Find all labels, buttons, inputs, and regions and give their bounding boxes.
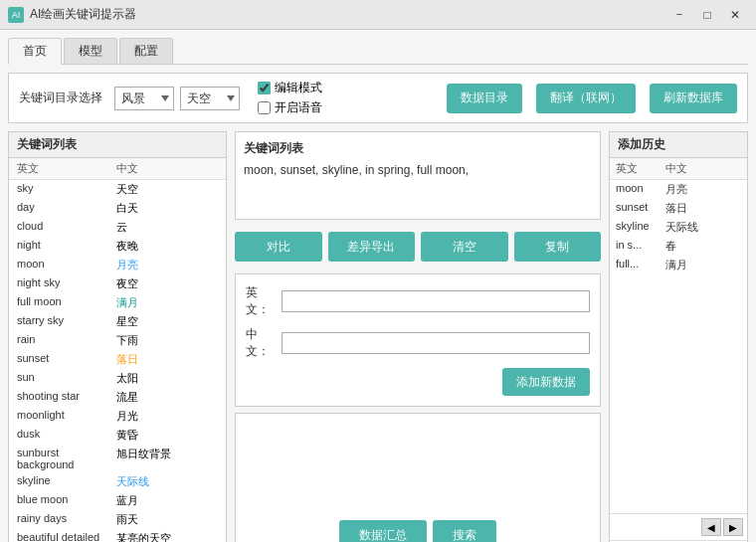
- keyword-item[interactable]: skyline天际线: [9, 472, 226, 491]
- dir-select-label: 关键词目录选择: [19, 90, 102, 106]
- summary-button[interactable]: 数据汇总: [339, 520, 427, 542]
- middle-panel: 关键词列表 moon, sunset, skyline, in spring, …: [235, 131, 601, 542]
- keyword-item[interactable]: sunset落日: [9, 350, 226, 369]
- keyword-item[interactable]: rain下雨: [9, 331, 226, 350]
- category-select-group: 风景 人物 动物 建筑 天空 山脉 海洋 森林: [114, 87, 240, 110]
- checkbox-group: 编辑模式 开启语音: [258, 80, 322, 116]
- bottom-btn-row: 数据汇总 搜索: [244, 520, 592, 542]
- history-list: moon月亮sunset落日skyline天际线in s...春full...满…: [610, 180, 747, 513]
- edit-mode-checkbox[interactable]: [258, 82, 271, 94]
- voice-checkbox[interactable]: [258, 101, 271, 114]
- mid-panel-title: 关键词列表: [244, 140, 592, 157]
- voice-row: 开启语音: [258, 99, 322, 116]
- content-area: 关键词列表 英文 中文 sky天空day白天cloud云night夜晚moon月…: [8, 131, 748, 542]
- left-panel: 关键词列表 英文 中文 sky天空day白天cloud云night夜晚moon月…: [8, 131, 227, 542]
- keyword-list[interactable]: sky天空day白天cloud云night夜晚moon月亮night sky夜空…: [9, 180, 226, 542]
- minimize-button[interactable]: －: [666, 4, 692, 26]
- zh-form-row: 中文：: [246, 326, 590, 360]
- history-header: 添加历史: [610, 132, 747, 158]
- mid-btn-row: 对比 差异导出 清空 复制: [235, 226, 601, 268]
- zh-input[interactable]: [282, 332, 590, 354]
- history-item: sunset落日: [610, 199, 747, 218]
- data-dir-button[interactable]: 数据目录: [447, 84, 522, 113]
- history-col-zh: 中文: [665, 161, 687, 176]
- en-form-row: 英文：: [246, 284, 590, 318]
- main-area: 首页 模型 配置 关键词目录选择 风景 人物 动物 建筑 天空 山脉 海洋 森林…: [0, 30, 756, 542]
- title-bar: AI AI绘画关键词提示器 － □ ✕: [0, 0, 756, 30]
- tab-model[interactable]: 模型: [64, 38, 117, 64]
- tab-home[interactable]: 首页: [8, 38, 62, 65]
- keyword-item[interactable]: night sky夜空: [9, 274, 226, 293]
- keyword-item[interactable]: beautiful detailed sky某亮的天空: [9, 529, 226, 542]
- tab-bar: 首页 模型 配置: [8, 38, 748, 65]
- history-item: full...满月: [610, 256, 747, 274]
- zh-label: 中文：: [246, 326, 276, 360]
- diff-export-button[interactable]: 差异导出: [328, 232, 416, 262]
- clear-button[interactable]: 清空: [421, 232, 508, 262]
- history-item: in s...春: [610, 237, 747, 256]
- refresh-db-button[interactable]: 刷新数据库: [650, 84, 737, 113]
- voice-label: 开启语音: [275, 99, 322, 116]
- next-arrow[interactable]: ▶: [723, 518, 743, 536]
- edit-mode-label: 编辑模式: [275, 80, 322, 96]
- maximize-button[interactable]: □: [694, 4, 720, 26]
- keyword-item[interactable]: moon月亮: [9, 256, 226, 274]
- window-title: AI绘画关键词提示器: [30, 6, 666, 23]
- history-item: moon月亮: [610, 180, 747, 199]
- left-panel-header: 关键词列表: [9, 132, 226, 158]
- left-col-headers: 英文 中文: [9, 158, 226, 180]
- prev-arrow[interactable]: ◀: [701, 518, 721, 536]
- tab-config[interactable]: 配置: [119, 38, 173, 64]
- nav-area: ◀ ▶: [610, 513, 747, 540]
- col-zh-header: 中文: [116, 161, 138, 176]
- translate-button[interactable]: 翻译（联网）: [536, 84, 636, 113]
- keyword-item[interactable]: sky天空: [9, 180, 226, 199]
- keyword-item[interactable]: dusk黄昏: [9, 426, 226, 445]
- history-item: skyline天际线: [610, 218, 747, 237]
- keyword-item[interactable]: moonlight月光: [9, 407, 226, 426]
- right-panel: 添加历史 英文 中文 moon月亮sunset落日skyline天际线in s.…: [609, 131, 748, 542]
- keyword-item[interactable]: blue moon蓝月: [9, 491, 226, 510]
- keyword-output: moon, sunset, skyline, in spring, full m…: [244, 161, 592, 211]
- close-button[interactable]: ✕: [722, 4, 748, 26]
- add-btn-row: 添加新数据: [246, 368, 590, 396]
- keyword-item[interactable]: rainy days雨天: [9, 510, 226, 529]
- en-input[interactable]: [282, 290, 590, 312]
- col-en-header: 英文: [17, 161, 116, 176]
- form-section: 英文： 中文： 添加新数据: [235, 273, 601, 407]
- output-section: 关键词列表 moon, sunset, skyline, in spring, …: [235, 131, 601, 220]
- bottom-section: 数据汇总 搜索: [235, 413, 601, 542]
- app-icon: AI: [8, 7, 24, 23]
- copy-button[interactable]: 复制: [514, 232, 602, 262]
- keyword-item[interactable]: day白天: [9, 199, 226, 218]
- keyword-item[interactable]: starry sky星空: [9, 312, 226, 331]
- subcategory-select[interactable]: 天空 山脉 海洋 森林: [180, 87, 240, 110]
- keyword-item[interactable]: night夜晚: [9, 237, 226, 256]
- keyword-item[interactable]: sun太阳: [9, 369, 226, 388]
- keyword-item[interactable]: full moon满月: [9, 293, 226, 312]
- controls-section: 关键词目录选择 风景 人物 动物 建筑 天空 山脉 海洋 森林 编辑模式 开: [8, 73, 748, 123]
- keyword-item[interactable]: cloud云: [9, 218, 226, 237]
- edit-mode-row: 编辑模式: [258, 80, 322, 96]
- window-controls: － □ ✕: [666, 4, 748, 26]
- category-select[interactable]: 风景 人物 动物 建筑: [114, 87, 174, 110]
- compare-button[interactable]: 对比: [235, 232, 322, 262]
- history-cols: 英文 中文: [610, 158, 747, 180]
- add-data-button[interactable]: 添加新数据: [502, 368, 590, 396]
- keyword-item[interactable]: shooting star流星: [9, 388, 226, 407]
- en-label: 英文：: [246, 284, 276, 318]
- history-col-en: 英文: [616, 161, 665, 176]
- search-button[interactable]: 搜索: [433, 520, 496, 542]
- keyword-item[interactable]: sunburst background旭日纹背景: [9, 445, 226, 472]
